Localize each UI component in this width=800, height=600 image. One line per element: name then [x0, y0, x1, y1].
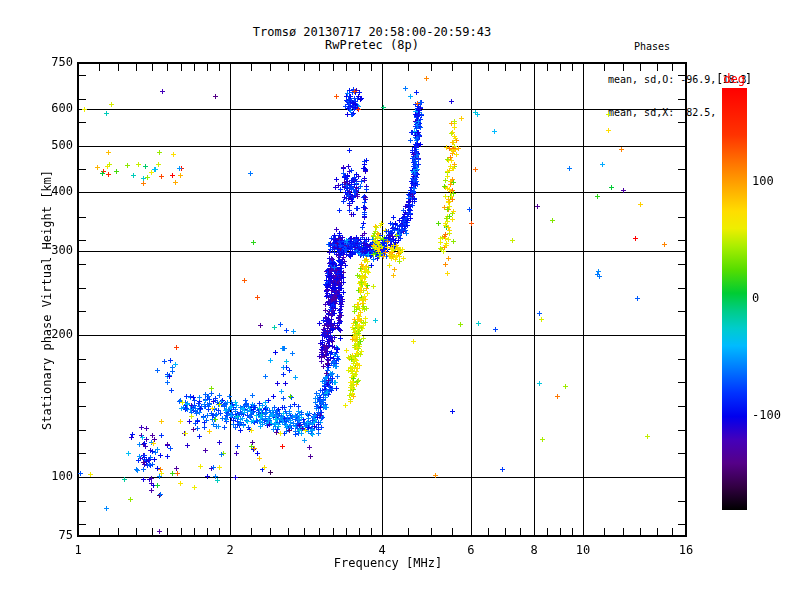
- colorbar-unit-label: [deg]: [716, 72, 752, 86]
- x-axis-title: Frequency [MHz]: [334, 556, 442, 570]
- y-tick-label: 400: [0, 184, 73, 198]
- ionogram-figure: Tromsø 20130717 20:58:00-20:59:43 RwPret…: [0, 0, 800, 600]
- y-tick-label: 750: [0, 55, 73, 69]
- colorbar-tick-label: 0: [752, 291, 759, 305]
- colorbar-bracket-close: ]: [745, 72, 752, 86]
- colorbar-unit-text: deg: [723, 72, 745, 86]
- x-tick-label: 6: [467, 543, 474, 557]
- x-tick-label: 16: [679, 543, 693, 557]
- y-tick-label: 600: [0, 101, 73, 115]
- x-tick-label: 8: [530, 543, 537, 557]
- x-tick-label: 10: [576, 543, 590, 557]
- scatter-plot-canvas: [0, 0, 800, 600]
- x-tick-label: 4: [378, 543, 385, 557]
- y-tick-label: 100: [0, 469, 73, 483]
- colorbar: [722, 88, 747, 510]
- x-tick-label: 1: [74, 543, 81, 557]
- colorbar-tick-label: 100: [752, 174, 774, 188]
- y-tick-label: 300: [0, 243, 73, 257]
- colorbar-tick-label: -100: [752, 408, 781, 422]
- y-tick-label: 200: [0, 327, 73, 341]
- y-tick-label: 75: [0, 528, 73, 542]
- y-tick-label: 500: [0, 138, 73, 152]
- y-axis-title: Stationary phase Virtual Height [km]: [40, 170, 54, 430]
- x-tick-label: 2: [226, 543, 233, 557]
